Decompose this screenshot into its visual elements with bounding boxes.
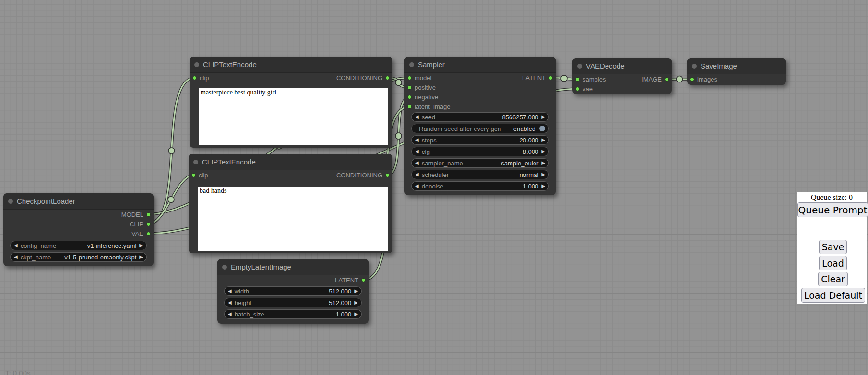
node-title-bar[interactable]: SaveImage bbox=[687, 58, 786, 74]
link-center-dot bbox=[395, 133, 402, 139]
decrement-arrow-icon[interactable]: ◀ bbox=[415, 138, 419, 142]
prompt-text-input[interactable] bbox=[199, 88, 388, 145]
decrement-arrow-icon[interactable]: ◀ bbox=[415, 149, 419, 154]
slot-row: negative bbox=[404, 92, 556, 102]
node-sampler[interactable]: SamplermodelLATENTpositivenegativelatent… bbox=[404, 57, 556, 195]
increment-arrow-icon[interactable]: ▶ bbox=[139, 243, 143, 248]
output-slot-dot[interactable] bbox=[665, 77, 669, 82]
output-slot-label: LATENT bbox=[335, 277, 358, 284]
widget-label: batch_size bbox=[235, 311, 264, 318]
value-widget-width[interactable]: ◀width512.000▶ bbox=[224, 286, 362, 296]
output-slot-dot[interactable] bbox=[548, 76, 553, 80]
save-button[interactable]: Save bbox=[819, 240, 847, 254]
value-widget-cfg[interactable]: ◀cfg8.000▶ bbox=[411, 147, 549, 156]
input-slot-dot[interactable] bbox=[192, 76, 197, 80]
output-slot-dot[interactable] bbox=[361, 278, 366, 282]
node-title-bar[interactable]: CLIPTextEncode bbox=[189, 154, 392, 170]
input-slot-dot[interactable] bbox=[407, 105, 412, 109]
input-slot: model bbox=[407, 74, 431, 82]
output-slot-dot[interactable] bbox=[385, 173, 390, 177]
decrement-arrow-icon[interactable]: ◀ bbox=[228, 289, 232, 293]
clear-button[interactable]: Clear bbox=[818, 272, 848, 286]
decrement-arrow-icon[interactable]: ◀ bbox=[415, 115, 419, 119]
decrement-arrow-icon[interactable]: ◀ bbox=[228, 300, 232, 305]
widget-label: cfg bbox=[422, 148, 430, 155]
increment-arrow-icon[interactable]: ▶ bbox=[354, 312, 358, 316]
load-button[interactable]: Load bbox=[819, 256, 847, 270]
input-slot-dot[interactable] bbox=[407, 85, 412, 90]
collapse-dot-icon[interactable] bbox=[692, 64, 697, 69]
decrement-arrow-icon[interactable]: ◀ bbox=[14, 255, 18, 259]
value-widget-scheduler[interactable]: ◀schedulernormal▶ bbox=[411, 170, 549, 179]
input-slot-dot[interactable] bbox=[575, 77, 580, 82]
slot-row: clipCONDITIONING bbox=[189, 170, 392, 180]
widget-value: 8.000 bbox=[523, 148, 539, 155]
decrement-arrow-icon[interactable]: ◀ bbox=[415, 172, 419, 177]
value-widget-seed[interactable]: ◀seed8566257.000▶ bbox=[411, 112, 549, 122]
decrement-arrow-icon[interactable]: ◀ bbox=[415, 184, 419, 188]
decrement-arrow-icon[interactable]: ◀ bbox=[14, 243, 18, 248]
slot-row: latent_image bbox=[404, 102, 556, 111]
collapse-dot-icon[interactable] bbox=[193, 160, 198, 164]
value-widget-config-name[interactable]: ◀config_namev1-inference.yaml▶ bbox=[10, 241, 147, 250]
prompt-text-input[interactable] bbox=[198, 187, 388, 251]
value-widget-batch-size[interactable]: ◀batch_size1.000▶ bbox=[224, 309, 362, 319]
increment-arrow-icon[interactable]: ▶ bbox=[541, 115, 545, 119]
input-slot-dot[interactable] bbox=[407, 95, 412, 99]
value-widget-ckpt-name[interactable]: ◀ckpt_namev1-5-pruned-emaonly.ckpt▶ bbox=[10, 252, 147, 262]
output-slot-dot[interactable] bbox=[385, 76, 390, 80]
increment-arrow-icon[interactable]: ▶ bbox=[541, 172, 545, 177]
widget-value: 20.000 bbox=[520, 137, 539, 144]
decrement-arrow-icon[interactable]: ◀ bbox=[415, 161, 419, 165]
input-slot-dot[interactable] bbox=[407, 76, 412, 80]
input-slot-dot[interactable] bbox=[690, 77, 694, 82]
load-default-button[interactable]: Load Default bbox=[801, 288, 865, 303]
collapse-dot-icon[interactable] bbox=[222, 265, 227, 270]
value-widget-steps[interactable]: ◀steps20.000▶ bbox=[411, 135, 549, 145]
queue-prompt-button[interactable]: Queue Prompt bbox=[797, 202, 868, 217]
toggle-widget-random-seed-after-every-gen[interactable]: Random seed after every genenabled bbox=[411, 124, 549, 133]
widget-label: sampler_name bbox=[422, 160, 463, 167]
node-title-bar[interactable]: VAEDecode bbox=[572, 58, 672, 74]
node-vae-decode[interactable]: VAEDecodesamplesIMAGEvae bbox=[572, 58, 672, 94]
node-title-bar[interactable]: Sampler bbox=[404, 57, 556, 73]
collapse-dot-icon[interactable] bbox=[409, 62, 414, 67]
node-save-image[interactable]: SaveImageimages bbox=[687, 58, 786, 85]
value-widget-height[interactable]: ◀height512.000▶ bbox=[224, 298, 362, 307]
node-title-label: CLIPTextEncode bbox=[203, 60, 257, 69]
node-title-bar[interactable]: EmptyLatentImage bbox=[217, 259, 369, 275]
value-widget-sampler-name[interactable]: ◀sampler_namesample_euler▶ bbox=[411, 158, 549, 168]
widget-label: Random seed after every gen bbox=[419, 125, 501, 132]
link-center-dot bbox=[395, 80, 402, 86]
value-widget-denoise[interactable]: ◀denoise1.000▶ bbox=[411, 181, 549, 191]
widget-value: sample_euler bbox=[501, 160, 538, 167]
node-title-bar[interactable]: CLIPTextEncode bbox=[190, 57, 392, 73]
node-clip-text-encode-positive[interactable]: CLIPTextEncodeclipCONDITIONING bbox=[190, 57, 392, 148]
collapse-dot-icon[interactable] bbox=[8, 199, 13, 204]
collapse-dot-icon[interactable] bbox=[194, 62, 199, 67]
node-clip-text-encode-negative[interactable]: CLIPTextEncodeclipCONDITIONING bbox=[189, 154, 392, 253]
widgets-area: ◀seed8566257.000▶Random seed after every… bbox=[411, 112, 549, 193]
increment-arrow-icon[interactable]: ▶ bbox=[541, 149, 545, 154]
node-empty-latent-image[interactable]: EmptyLatentImageLATENT◀width512.000▶◀hei… bbox=[217, 259, 369, 324]
increment-arrow-icon[interactable]: ▶ bbox=[541, 184, 545, 188]
decrement-arrow-icon[interactable]: ◀ bbox=[228, 312, 232, 316]
output-slot-dot[interactable] bbox=[146, 232, 151, 236]
toggle-on-dot[interactable] bbox=[539, 126, 545, 131]
widget-label: ckpt_name bbox=[21, 254, 51, 261]
link-center-dot bbox=[677, 76, 683, 82]
output-slot-dot[interactable] bbox=[146, 212, 151, 217]
increment-arrow-icon[interactable]: ▶ bbox=[354, 289, 358, 293]
output-slot-dot[interactable] bbox=[146, 222, 151, 226]
node-checkpoint-loader[interactable]: CheckpointLoaderMODELCLIPVAE◀config_name… bbox=[3, 193, 154, 266]
collapse-dot-icon[interactable] bbox=[577, 64, 582, 69]
increment-arrow-icon[interactable]: ▶ bbox=[541, 161, 545, 165]
node-title-bar[interactable]: CheckpointLoader bbox=[3, 193, 154, 210]
input-slot-dot[interactable] bbox=[191, 173, 196, 177]
node-graph-canvas[interactable]: T: 0.00s Queue size: 0 Queue Prompt Save… bbox=[0, 0, 868, 375]
slot-row: samplesIMAGE bbox=[572, 74, 672, 84]
increment-arrow-icon[interactable]: ▶ bbox=[541, 138, 545, 142]
input-slot-dot[interactable] bbox=[575, 87, 580, 91]
increment-arrow-icon[interactable]: ▶ bbox=[354, 300, 358, 305]
increment-arrow-icon[interactable]: ▶ bbox=[139, 255, 143, 259]
